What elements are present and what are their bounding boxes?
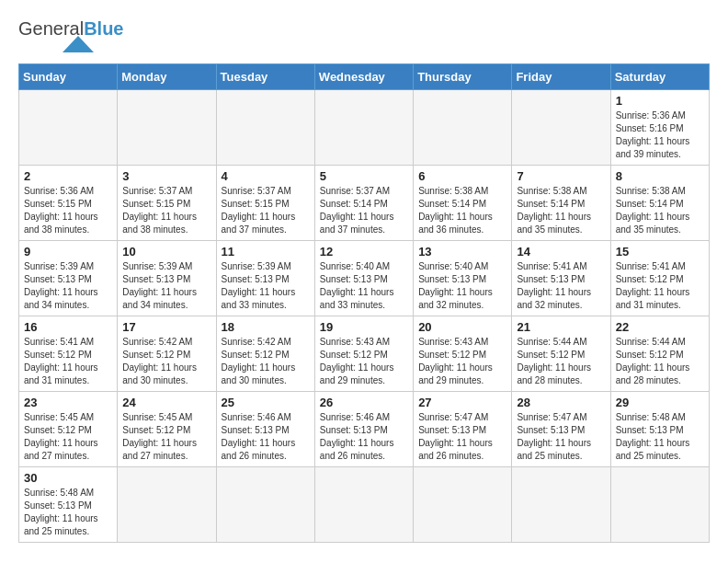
day-info: Sunrise: 5:48 AM Sunset: 5:13 PM Dayligh…: [616, 411, 704, 463]
day-info: Sunrise: 5:48 AM Sunset: 5:13 PM Dayligh…: [24, 487, 112, 538]
day-number: 2: [24, 169, 112, 183]
day-number: 21: [517, 320, 605, 334]
day-number: 16: [24, 320, 112, 334]
day-number: 28: [517, 396, 605, 409]
weekday-header-row: SundayMondayTuesdayWednesdayThursdayFrid…: [19, 64, 710, 90]
calendar-week-row: 23Sunrise: 5:45 AM Sunset: 5:12 PM Dayli…: [19, 392, 710, 467]
day-info: Sunrise: 5:36 AM Sunset: 5:16 PM Dayligh…: [616, 109, 704, 161]
calendar-week-row: 16Sunrise: 5:41 AM Sunset: 5:12 PM Dayli…: [19, 316, 710, 392]
calendar-day-cell: 24Sunrise: 5:45 AM Sunset: 5:12 PM Dayli…: [118, 392, 216, 467]
day-number: 22: [616, 320, 704, 334]
day-number: 8: [616, 169, 704, 183]
calendar-day-cell: [216, 90, 314, 166]
day-info: Sunrise: 5:38 AM Sunset: 5:14 PM Dayligh…: [616, 185, 704, 236]
day-info: Sunrise: 5:41 AM Sunset: 5:13 PM Dayligh…: [517, 260, 605, 312]
calendar-day-cell: 25Sunrise: 5:46 AM Sunset: 5:13 PM Dayli…: [216, 392, 314, 467]
day-info: Sunrise: 5:46 AM Sunset: 5:13 PM Dayligh…: [222, 411, 310, 463]
calendar-day-cell: 10Sunrise: 5:39 AM Sunset: 5:13 PM Dayli…: [118, 241, 216, 316]
calendar-day-cell: [314, 467, 413, 543]
svg-marker-0: [63, 36, 94, 52]
day-info: Sunrise: 5:47 AM Sunset: 5:13 PM Dayligh…: [517, 411, 605, 463]
day-number: 23: [24, 396, 112, 409]
day-number: 24: [122, 396, 210, 409]
day-info: Sunrise: 5:44 AM Sunset: 5:12 PM Dayligh…: [616, 336, 704, 387]
day-info: Sunrise: 5:46 AM Sunset: 5:13 PM Dayligh…: [320, 411, 408, 463]
day-info: Sunrise: 5:41 AM Sunset: 5:12 PM Dayligh…: [616, 260, 704, 312]
day-number: 6: [418, 169, 506, 183]
day-info: Sunrise: 5:39 AM Sunset: 5:13 PM Dayligh…: [24, 260, 112, 312]
header: General Blue: [18, 15, 710, 56]
calendar-day-cell: [314, 90, 413, 166]
day-info: Sunrise: 5:42 AM Sunset: 5:12 PM Dayligh…: [222, 336, 310, 387]
calendar-day-cell: 12Sunrise: 5:40 AM Sunset: 5:13 PM Dayli…: [314, 241, 413, 316]
day-number: 20: [418, 320, 506, 334]
day-info: Sunrise: 5:43 AM Sunset: 5:12 PM Dayligh…: [418, 336, 506, 387]
calendar-day-cell: 21Sunrise: 5:44 AM Sunset: 5:12 PM Dayli…: [512, 316, 610, 392]
calendar-day-cell: [118, 467, 216, 543]
calendar-day-cell: 26Sunrise: 5:46 AM Sunset: 5:13 PM Dayli…: [314, 392, 413, 467]
day-number: 12: [320, 245, 408, 259]
calendar-day-cell: 4Sunrise: 5:37 AM Sunset: 5:15 PM Daylig…: [216, 166, 314, 241]
calendar-day-cell: [414, 90, 512, 166]
calendar-day-cell: 15Sunrise: 5:41 AM Sunset: 5:12 PM Dayli…: [610, 241, 709, 316]
day-number: 18: [222, 320, 310, 334]
day-number: 27: [418, 396, 506, 409]
calendar-day-cell: 14Sunrise: 5:41 AM Sunset: 5:13 PM Dayli…: [512, 241, 610, 316]
calendar-day-cell: 7Sunrise: 5:38 AM Sunset: 5:14 PM Daylig…: [512, 166, 610, 241]
day-info: Sunrise: 5:37 AM Sunset: 5:15 PM Dayligh…: [122, 185, 210, 236]
day-number: 19: [320, 320, 408, 334]
logo-triangle-icon: [63, 36, 94, 52]
calendar-week-row: 30Sunrise: 5:48 AM Sunset: 5:13 PM Dayli…: [19, 467, 710, 543]
weekday-header-thursday: Thursday: [414, 64, 512, 90]
day-number: 25: [222, 396, 310, 409]
calendar-day-cell: 1Sunrise: 5:36 AM Sunset: 5:16 PM Daylig…: [610, 90, 709, 166]
calendar-day-cell: 17Sunrise: 5:42 AM Sunset: 5:12 PM Dayli…: [118, 316, 216, 392]
day-number: 11: [222, 245, 310, 259]
day-info: Sunrise: 5:38 AM Sunset: 5:14 PM Dayligh…: [517, 185, 605, 236]
day-info: Sunrise: 5:40 AM Sunset: 5:13 PM Dayligh…: [320, 260, 408, 312]
day-number: 26: [320, 396, 408, 409]
day-info: Sunrise: 5:47 AM Sunset: 5:13 PM Dayligh…: [418, 411, 506, 463]
calendar-day-cell: 18Sunrise: 5:42 AM Sunset: 5:12 PM Dayli…: [216, 316, 314, 392]
calendar-day-cell: 30Sunrise: 5:48 AM Sunset: 5:13 PM Dayli…: [19, 467, 118, 543]
calendar-day-cell: 22Sunrise: 5:44 AM Sunset: 5:12 PM Dayli…: [610, 316, 709, 392]
calendar-day-cell: [216, 467, 314, 543]
calendar-week-row: 2Sunrise: 5:36 AM Sunset: 5:15 PM Daylig…: [19, 166, 710, 241]
calendar-day-cell: [414, 467, 512, 543]
day-number: 9: [24, 245, 112, 259]
calendar-day-cell: [118, 90, 216, 166]
day-info: Sunrise: 5:38 AM Sunset: 5:14 PM Dayligh…: [418, 185, 506, 236]
day-number: 1: [616, 94, 704, 108]
day-info: Sunrise: 5:37 AM Sunset: 5:15 PM Dayligh…: [222, 185, 310, 236]
day-info: Sunrise: 5:45 AM Sunset: 5:12 PM Dayligh…: [122, 411, 210, 463]
day-number: 5: [320, 169, 408, 183]
calendar-day-cell: [512, 90, 610, 166]
day-info: Sunrise: 5:45 AM Sunset: 5:12 PM Dayligh…: [24, 411, 112, 463]
day-number: 3: [122, 169, 210, 183]
calendar-day-cell: [610, 467, 709, 543]
day-number: 10: [122, 245, 210, 259]
day-number: 13: [418, 245, 506, 259]
calendar-day-cell: 20Sunrise: 5:43 AM Sunset: 5:12 PM Dayli…: [414, 316, 512, 392]
day-number: 4: [222, 169, 310, 183]
weekday-header-sunday: Sunday: [19, 64, 118, 90]
calendar-day-cell: 2Sunrise: 5:36 AM Sunset: 5:15 PM Daylig…: [19, 166, 118, 241]
weekday-header-friday: Friday: [512, 64, 610, 90]
calendar-week-row: 9Sunrise: 5:39 AM Sunset: 5:13 PM Daylig…: [19, 241, 710, 316]
day-info: Sunrise: 5:41 AM Sunset: 5:12 PM Dayligh…: [24, 336, 112, 387]
logo: General Blue: [18, 18, 124, 56]
calendar-day-cell: 23Sunrise: 5:45 AM Sunset: 5:12 PM Dayli…: [19, 392, 118, 467]
day-info: Sunrise: 5:40 AM Sunset: 5:13 PM Dayligh…: [418, 260, 506, 312]
calendar-day-cell: 13Sunrise: 5:40 AM Sunset: 5:13 PM Dayli…: [414, 241, 512, 316]
day-info: Sunrise: 5:39 AM Sunset: 5:13 PM Dayligh…: [222, 260, 310, 312]
day-info: Sunrise: 5:37 AM Sunset: 5:14 PM Dayligh…: [320, 185, 408, 236]
weekday-header-tuesday: Tuesday: [216, 64, 314, 90]
calendar-week-row: 1Sunrise: 5:36 AM Sunset: 5:16 PM Daylig…: [19, 90, 710, 166]
calendar-day-cell: 27Sunrise: 5:47 AM Sunset: 5:13 PM Dayli…: [414, 392, 512, 467]
calendar-day-cell: 6Sunrise: 5:38 AM Sunset: 5:14 PM Daylig…: [414, 166, 512, 241]
calendar-table: SundayMondayTuesdayWednesdayThursdayFrid…: [18, 63, 710, 543]
calendar-day-cell: 8Sunrise: 5:38 AM Sunset: 5:14 PM Daylig…: [610, 166, 709, 241]
day-number: 7: [517, 169, 605, 183]
day-info: Sunrise: 5:39 AM Sunset: 5:13 PM Dayligh…: [122, 260, 210, 312]
calendar-day-cell: [19, 90, 118, 166]
